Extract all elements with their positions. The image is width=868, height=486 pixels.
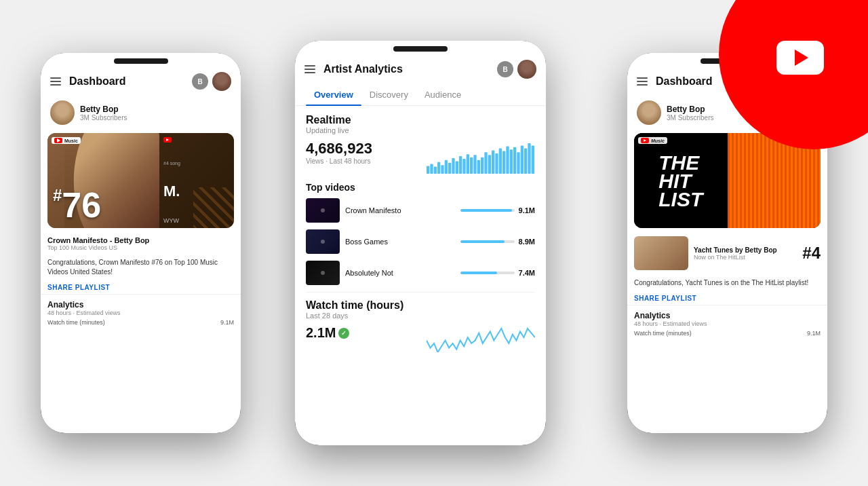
notification-text-left: Congratulations, Crown Manifesto #76 on …	[41, 254, 241, 281]
music-card-right-badge	[163, 137, 230, 143]
video-name-1: Crown Manifesto	[345, 206, 455, 214]
hitlist-rank: #4	[802, 244, 821, 263]
video-thumb-dot-1	[321, 208, 325, 212]
video-row-3: Absolutely Not 7.4M	[306, 261, 535, 285]
tab-overview[interactable]: Overview	[306, 84, 361, 105]
phone-left-notch	[114, 58, 168, 64]
svg-rect-9	[459, 156, 462, 174]
svg-rect-2	[434, 167, 437, 174]
svg-rect-13	[473, 155, 476, 174]
svg-rect-10	[462, 159, 465, 174]
watchtime-row: 2.1M	[306, 325, 535, 352]
realtime-label: Views · Last 48 hours	[306, 157, 420, 165]
card-title-left: Crown Manifesto - Betty Bop	[47, 236, 234, 244]
video-count-1: 9.1M	[519, 206, 535, 214]
video-name-3: Absolutely Not	[345, 269, 455, 277]
phone-center: Artist Analytics B Overview Discovery Au…	[295, 41, 546, 445]
header-avatar-b[interactable]: B	[192, 73, 208, 90]
svg-rect-28	[528, 143, 530, 174]
playlist-row-right: Yacht Tunes by Betty Bop Now on The HitL…	[627, 232, 827, 274]
phone-center-notch	[393, 46, 448, 52]
svg-rect-19	[495, 153, 498, 174]
card-caption-left: Crown Manifesto - Betty Bop Top 100 Musi…	[41, 232, 241, 254]
avatar-inner-center	[517, 60, 536, 79]
realtime-bar-chart	[427, 140, 535, 174]
hitlist-card: Music THEHITLIST	[634, 133, 821, 228]
realtime-row: 4,686,923 Views · Last 48 hours	[306, 140, 535, 174]
badge-icon-right	[163, 137, 172, 143]
video-bar-fill-3	[460, 272, 497, 274]
yt-music-badge-text: Music	[64, 138, 78, 143]
video-thumb-1	[306, 198, 340, 223]
svg-rect-5	[445, 160, 448, 174]
center-tabs: Overview Discovery Audience	[295, 84, 546, 106]
realtime-number: 4,686,923	[306, 140, 420, 157]
video-thumb-inner-2	[306, 229, 340, 254]
analytics-title-left: Analytics	[47, 300, 234, 310]
video-bar-container-3: 7.4M	[460, 269, 535, 277]
hitlist-yt-badge: Music	[638, 137, 667, 144]
realtime-stats: 4,686,923 Views · Last 48 hours	[306, 140, 420, 165]
svg-rect-15	[481, 157, 484, 174]
youtube-logo	[766, 34, 834, 81]
video-bar-track-2	[460, 240, 515, 243]
header-icons-center: B	[497, 60, 536, 79]
playlist-caption: Yacht Tunes by Betty Bop	[694, 246, 777, 254]
the-hit-list-text: THEHITLIST	[658, 153, 703, 208]
hamburger-icon-right[interactable]	[637, 77, 648, 86]
video-thumb-2	[306, 229, 340, 254]
watchtime-section: Watch time (hours) Last 28 days 2.1M	[306, 292, 535, 352]
hitlist-inner: Music THEHITLIST	[634, 133, 821, 228]
playlist-sub: Now on The HitList	[694, 254, 777, 261]
watchtime-title: Watch time (hours)	[306, 299, 535, 312]
phone-left-screen: Dashboard B Betty Bop 3M Subscribers	[41, 53, 241, 433]
song-rank-label: #4 song	[163, 161, 230, 166]
video-info-1: Crown Manifesto	[345, 206, 455, 214]
video-bar-container-2: 8.9M	[460, 238, 535, 246]
svg-rect-24	[513, 147, 516, 174]
svg-rect-4	[441, 165, 443, 174]
artist-avatar-left	[50, 100, 75, 125]
svg-rect-17	[488, 155, 491, 174]
share-playlist-btn-right[interactable]: SHARE PLAYLIST	[634, 295, 821, 302]
header-icons: B	[192, 72, 231, 91]
hamburger-icon-center[interactable]	[304, 65, 315, 73]
center-content: Realtime Updating live 4,686,923 Views ·…	[295, 106, 546, 360]
tab-audience[interactable]: Audience	[416, 84, 469, 105]
svg-rect-20	[499, 149, 502, 174]
hitlist-left: Music THEHITLIST	[634, 133, 728, 228]
artist-row-left: Betty Bop 3M Subscribers	[41, 96, 241, 129]
mini-artist-thumb	[634, 236, 688, 270]
analytics-title-right: Analytics	[634, 311, 821, 320]
rank-number: #76	[53, 187, 101, 223]
svg-rect-21	[502, 151, 505, 174]
header-avatar-img	[212, 72, 231, 91]
svg-rect-16	[484, 152, 487, 174]
analytics-value-left: 9.1M	[220, 319, 234, 326]
header-avatar-b-center[interactable]: B	[497, 61, 513, 77]
video-count-3: 7.4M	[519, 269, 535, 277]
analytics-subtitle-right: 48 hours · Estimated views	[634, 320, 821, 327]
svg-rect-25	[517, 152, 519, 174]
video-name-2: Boss Games	[345, 238, 455, 246]
share-playlist-btn-left[interactable]: SHARE PLAYLIST	[47, 284, 234, 291]
line-chart	[427, 325, 535, 352]
phone-left: Dashboard B Betty Bop 3M Subscribers	[41, 53, 241, 433]
hamburger-icon[interactable]	[50, 77, 61, 86]
video-info-3: Absolutely Not	[345, 269, 455, 277]
rank-hash: #	[53, 186, 62, 204]
video-bar-container-1: 9.1M	[460, 206, 535, 214]
video-thumb-3	[306, 261, 340, 285]
svg-rect-26	[521, 145, 524, 174]
svg-rect-27	[524, 149, 527, 174]
tab-discovery[interactable]: Discovery	[361, 84, 416, 105]
artist-name-left: Betty Bop	[80, 105, 127, 114]
svg-rect-7	[452, 158, 454, 174]
analytics-subtitle-left: 48 hours · Estimated views	[47, 310, 234, 316]
video-bar-track-1	[460, 209, 515, 212]
analytics-section-right: Analytics 48 hours · Estimated views Wat…	[627, 305, 827, 339]
analytics-section-left: Analytics 48 hours · Estimated views Wat…	[41, 294, 241, 329]
check-icon	[338, 328, 349, 339]
artist-analytics-title: Artist Analytics	[321, 63, 497, 75]
top-videos-title: Top videos	[306, 182, 535, 193]
